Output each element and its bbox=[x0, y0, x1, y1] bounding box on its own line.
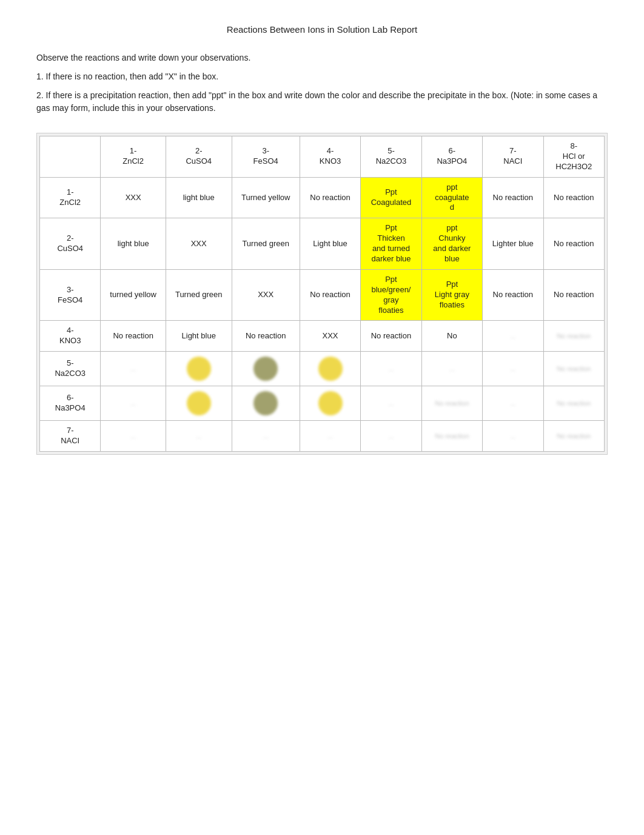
cell-r5-c2 bbox=[232, 386, 300, 421]
header-cell-empty bbox=[40, 136, 101, 178]
table-row: 5-Na2CO3............No reaction bbox=[40, 352, 605, 386]
row-header: 7-NACI bbox=[40, 421, 101, 452]
cell-r2-c5: PptLight grayfloaties bbox=[421, 269, 482, 321]
cell-r6-c1: ... bbox=[166, 421, 232, 452]
cell-r3-c1: Light blue bbox=[166, 321, 232, 352]
cell-r4-c6: ... bbox=[483, 352, 543, 386]
cell-r1-c1: XXX bbox=[166, 218, 232, 270]
instruction-observe: Observe the reactions and write down you… bbox=[36, 52, 608, 64]
row-header: 1-ZnCl2 bbox=[40, 177, 101, 218]
cell-r2-c2: XXX bbox=[232, 269, 300, 321]
cell-r3-c5: No bbox=[421, 321, 482, 352]
cell-r3-c3: XXX bbox=[300, 321, 360, 352]
header-col-2: 2-CuSO4 bbox=[166, 136, 232, 178]
cell-r6-c5: No reaction bbox=[421, 421, 482, 452]
cell-r3-c4: No reaction bbox=[361, 321, 421, 352]
cell-r3-c0: No reaction bbox=[101, 321, 166, 352]
table-row: 3-FeSO4turned yellowTurned greenXXXNo re… bbox=[40, 269, 605, 321]
cell-r6-c0: ... bbox=[101, 421, 166, 452]
cell-r2-c0: turned yellow bbox=[101, 269, 166, 321]
row-header: 6-Na3PO4 bbox=[40, 386, 101, 421]
header-col-1: 1-ZnCl2 bbox=[101, 136, 166, 178]
instruction-1: 1. If there is no reaction, then add "X"… bbox=[36, 70, 608, 83]
table-row: 6-Na3PO4......No reaction...No reaction bbox=[40, 386, 605, 421]
cell-r6-c6: ... bbox=[483, 421, 543, 452]
cell-r2-c4: Pptblue/green/grayfloaties bbox=[361, 269, 421, 321]
cell-r4-c5: ... bbox=[421, 352, 482, 386]
cell-r5-c3 bbox=[300, 386, 360, 421]
header-col-3: 3-FeSO4 bbox=[232, 136, 300, 178]
cell-r6-c2: ... bbox=[232, 421, 300, 452]
cell-r5-c5: No reaction bbox=[421, 386, 482, 421]
table-row: 2-CuSO4light blueXXXTurned greenLight bl… bbox=[40, 218, 605, 270]
table-row: 7-NACI...............No reaction...No re… bbox=[40, 421, 605, 452]
cell-r2-c7: No reaction bbox=[543, 269, 604, 321]
cell-r6-c4: ... bbox=[361, 421, 421, 452]
cell-r4-c7: No reaction bbox=[543, 352, 604, 386]
header-col-8: 8-HCl orHC2H3O2 bbox=[543, 136, 604, 178]
cell-r4-c2 bbox=[232, 352, 300, 386]
page-title: Reactions Between Ions in Solution Lab R… bbox=[36, 24, 608, 35]
cell-r4-c4: ... bbox=[361, 352, 421, 386]
header-col-4: 4-KNO3 bbox=[300, 136, 360, 178]
cell-r5-c4: ... bbox=[361, 386, 421, 421]
cell-r3-c6: ... bbox=[483, 321, 543, 352]
cell-r0-c0: XXX bbox=[101, 177, 166, 218]
row-header: 3-FeSO4 bbox=[40, 269, 101, 321]
cell-r2-c1: Turned green bbox=[166, 269, 232, 321]
cell-r6-c7: No reaction bbox=[543, 421, 604, 452]
header-col-7: 7-NACI bbox=[483, 136, 543, 178]
cell-r3-c2: No reaction bbox=[232, 321, 300, 352]
cell-r1-c7: No reaction bbox=[543, 218, 604, 270]
cell-r1-c6: Lighter blue bbox=[483, 218, 543, 270]
cell-r0-c1: light blue bbox=[166, 177, 232, 218]
header-col-5: 5-Na2CO3 bbox=[361, 136, 421, 178]
cell-r1-c0: light blue bbox=[101, 218, 166, 270]
cell-r5-c7: No reaction bbox=[543, 386, 604, 421]
cell-r1-c4: PptThickenand turneddarker blue bbox=[361, 218, 421, 270]
cell-r3-c7: No reaction bbox=[543, 321, 604, 352]
cell-r1-c5: pptChunkyand darkerblue bbox=[421, 218, 482, 270]
cell-r2-c3: No reaction bbox=[300, 269, 360, 321]
cell-r5-c0: ... bbox=[101, 386, 166, 421]
row-header: 2-CuSO4 bbox=[40, 218, 101, 270]
cell-r0-c3: No reaction bbox=[300, 177, 360, 218]
cell-r5-c1 bbox=[166, 386, 232, 421]
cell-r0-c5: pptcoagulated bbox=[421, 177, 482, 218]
header-col-6: 6-Na3PO4 bbox=[421, 136, 482, 178]
data-table-wrapper: 1-ZnCl2 2-CuSO4 3-FeSO4 4-KNO3 5-Na2CO3 … bbox=[36, 133, 608, 455]
cell-r1-c3: Light blue bbox=[300, 218, 360, 270]
cell-r6-c3: ... bbox=[300, 421, 360, 452]
row-header: 5-Na2CO3 bbox=[40, 352, 101, 386]
instruction-2: 2. If there is a precipitation reaction,… bbox=[36, 89, 608, 115]
cell-r1-c2: Turned green bbox=[232, 218, 300, 270]
cell-r5-c6: ... bbox=[483, 386, 543, 421]
cell-r0-c4: PptCoagulated bbox=[361, 177, 421, 218]
row-header: 4-KNO3 bbox=[40, 321, 101, 352]
reactions-table: 1-ZnCl2 2-CuSO4 3-FeSO4 4-KNO3 5-Na2CO3 … bbox=[39, 136, 605, 452]
cell-r4-c0: ... bbox=[101, 352, 166, 386]
instructions-block: Observe the reactions and write down you… bbox=[36, 52, 608, 115]
table-row: 4-KNO3No reactionLight blueNo reactionXX… bbox=[40, 321, 605, 352]
table-row: 1-ZnCl2XXXlight blueTurned yellowNo reac… bbox=[40, 177, 605, 218]
cell-r4-c1 bbox=[166, 352, 232, 386]
cell-r0-c6: No reaction bbox=[483, 177, 543, 218]
table-body: 1-ZnCl2XXXlight blueTurned yellowNo reac… bbox=[40, 177, 605, 451]
cell-r0-c7: No reaction bbox=[543, 177, 604, 218]
cell-r2-c6: No reaction bbox=[483, 269, 543, 321]
table-header-row: 1-ZnCl2 2-CuSO4 3-FeSO4 4-KNO3 5-Na2CO3 … bbox=[40, 136, 605, 178]
cell-r0-c2: Turned yellow bbox=[232, 177, 300, 218]
cell-r4-c3 bbox=[300, 352, 360, 386]
